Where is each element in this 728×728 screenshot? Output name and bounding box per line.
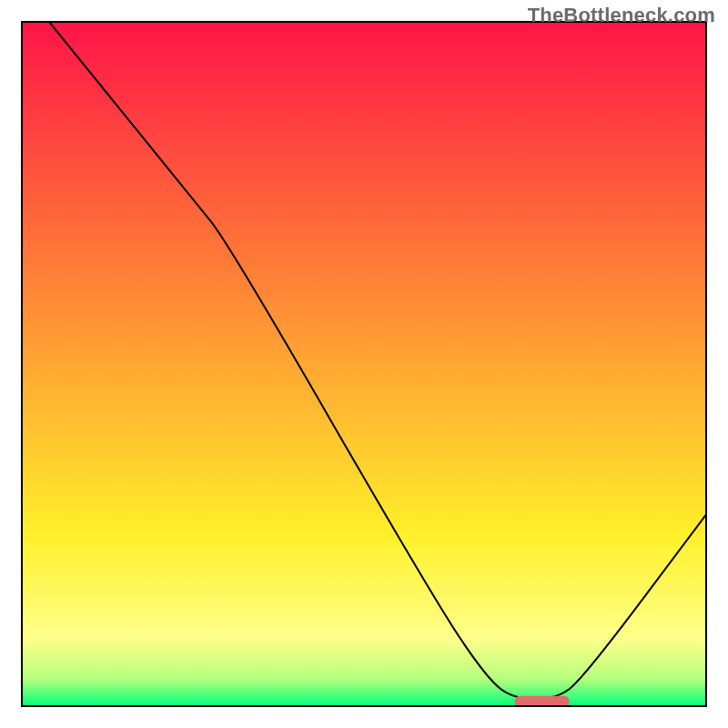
- bottleneck-chart: TheBottleneck.com: [0, 0, 728, 728]
- watermark-text: TheBottleneck.com: [528, 4, 715, 27]
- sweet-spot-marker: [514, 696, 569, 707]
- chart-svg: [0, 0, 728, 728]
- gradient-background: [22, 22, 706, 706]
